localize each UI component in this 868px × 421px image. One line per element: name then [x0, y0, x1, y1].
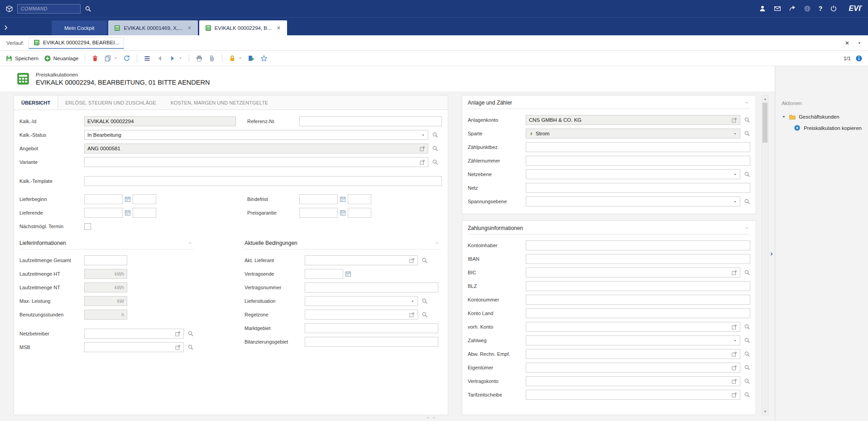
- history-item[interactable]: EVIKALK 00002294, BEARBEI...: [29, 37, 124, 49]
- chevron-down-icon[interactable]: [857, 41, 862, 45]
- open-record-icon[interactable]: [409, 312, 415, 318]
- info-icon[interactable]: [855, 55, 863, 62]
- input-lieferende-date[interactable]: [84, 208, 123, 218]
- input-kontonummer[interactable]: [526, 295, 750, 305]
- open-record-icon[interactable]: [731, 324, 737, 330]
- open-record-icon[interactable]: [409, 258, 415, 263]
- lookup-input-eigentuemer[interactable]: [526, 363, 740, 373]
- print-button[interactable]: [196, 55, 203, 62]
- search-icon[interactable]: [432, 132, 438, 138]
- lookup-input-vorh-konto[interactable]: [526, 322, 740, 332]
- input-bilanzierungsgebiet[interactable]: [305, 337, 438, 347]
- calendar-icon[interactable]: [345, 271, 351, 277]
- menu-button[interactable]: [144, 55, 151, 62]
- tab-erloese-steuern-und-zuschlaege[interactable]: ERLÖSE, STEUERN UND ZUSCHLÄGE: [58, 96, 163, 110]
- lookup-input-akt-lieferant[interactable]: [305, 255, 418, 265]
- dropdown-input-liefersituation[interactable]: [305, 296, 418, 306]
- dropdown-input-kalk-status[interactable]: In Bearbeitung: [84, 130, 428, 140]
- calendar-icon[interactable]: [340, 196, 346, 202]
- open-record-icon[interactable]: [419, 146, 425, 152]
- panel-resize-handle[interactable]: [426, 415, 436, 420]
- input-blz[interactable]: [526, 281, 750, 291]
- new-button[interactable]: Neuanlage: [44, 55, 79, 62]
- open-record-icon[interactable]: [419, 159, 425, 165]
- chevron-down-icon[interactable]: [733, 200, 737, 204]
- copy-button[interactable]: [104, 55, 118, 62]
- collapse-icon[interactable]: [434, 240, 440, 246]
- input-preisgarantie-date[interactable]: [299, 208, 338, 218]
- lookup-input-regelzone[interactable]: [305, 310, 418, 320]
- tab-mein-cockpit[interactable]: Mein Cockpit: [52, 20, 107, 35]
- input-lieferende-time[interactable]: [133, 208, 156, 218]
- back-button[interactable]: [156, 55, 163, 62]
- search-icon[interactable]: [187, 344, 194, 350]
- tab-uebersicht[interactable]: ÜBERSICHT: [14, 96, 58, 110]
- open-record-icon[interactable]: [731, 351, 737, 357]
- search-icon[interactable]: [422, 298, 428, 304]
- input-vertragsnummer[interactable]: [305, 282, 438, 292]
- calendar-icon[interactable]: [125, 210, 131, 216]
- calendar-icon[interactable]: [125, 196, 131, 202]
- search-icon[interactable]: [85, 5, 91, 12]
- action-item-preiskalkulation-kopieren[interactable]: Preiskalkulation kopieren: [794, 124, 862, 131]
- input-kontoinhaber[interactable]: [526, 240, 750, 250]
- input-referenz-nr[interactable]: [299, 116, 442, 126]
- scroll-up-icon[interactable]: [762, 96, 768, 102]
- search-icon[interactable]: [432, 145, 438, 152]
- lookup-input-netzbetrei-ber[interactable]: [84, 329, 184, 339]
- tab-document-2[interactable]: EVIKALK 00002294, B...: [199, 20, 287, 35]
- input-vertragsende-date[interactable]: [305, 269, 343, 279]
- search-icon[interactable]: [422, 257, 428, 263]
- chevron-down-icon[interactable]: [421, 133, 425, 137]
- dropdown-input-zahlweg[interactable]: [526, 335, 740, 345]
- lookup-input-anlagenkonto[interactable]: CNS GMBH & CO. KG: [526, 115, 740, 125]
- lookup-input-tarifzeitscheibe[interactable]: [526, 390, 740, 400]
- search-icon[interactable]: [744, 117, 750, 123]
- input-lieferbeginn-time[interactable]: [133, 194, 156, 204]
- input-max-leistung[interactable]: kW: [84, 296, 127, 306]
- lookup-input-msb[interactable]: [84, 342, 184, 352]
- search-icon[interactable]: [744, 171, 750, 177]
- tab-document-1[interactable]: EVIKALK 00001469, X,...: [108, 20, 197, 35]
- lock-button[interactable]: [229, 55, 242, 62]
- calendar-icon[interactable]: [340, 210, 346, 216]
- delete-button[interactable]: [91, 55, 99, 62]
- input-iban[interactable]: [526, 254, 750, 264]
- search-icon[interactable]: [744, 337, 750, 344]
- collapse-icon[interactable]: [744, 100, 749, 105]
- collapse-icon[interactable]: [744, 225, 749, 231]
- open-record-icon[interactable]: [175, 344, 181, 350]
- chevron-down-icon[interactable]: [733, 172, 737, 177]
- globe-icon[interactable]: [804, 5, 811, 12]
- lookup-input-variante[interactable]: [84, 157, 428, 167]
- permissions-button[interactable]: [248, 55, 255, 62]
- lookup-input-angebot[interactable]: ANG 0000581: [84, 144, 428, 153]
- input-zaehlernummer[interactable]: [526, 156, 750, 166]
- input-preisgarantie-time[interactable]: [348, 208, 371, 218]
- search-icon[interactable]: [744, 378, 750, 384]
- search-icon[interactable]: [187, 330, 194, 337]
- input-lieferbeginn-date[interactable]: [84, 194, 123, 204]
- tab-kosten-margen-und-netzentgelte[interactable]: KOSTEN, MARGEN UND NETZENTGELTE: [163, 96, 276, 110]
- tree-group-geschaeftskunden[interactable]: Geschäftskunden: [782, 113, 862, 120]
- input-bindefrist-time[interactable]: [348, 194, 371, 204]
- lookup-input-vertragskonto[interactable]: [526, 376, 740, 386]
- expander-icon[interactable]: [782, 115, 786, 119]
- favorite-button[interactable]: [260, 55, 268, 62]
- open-record-icon[interactable]: [731, 270, 737, 276]
- scroll-down-icon[interactable]: [762, 408, 768, 415]
- close-icon[interactable]: [187, 25, 192, 30]
- open-record-icon[interactable]: [731, 365, 737, 371]
- input-kalk-template[interactable]: [84, 176, 442, 186]
- search-icon[interactable]: [422, 311, 428, 318]
- search-icon[interactable]: [744, 392, 750, 398]
- input-benutzungsstunden[interactable]: h: [84, 310, 127, 320]
- lookup-input-abw-rechn-empf[interactable]: [526, 349, 740, 359]
- refresh-button[interactable]: [123, 55, 130, 62]
- collapse-actions-handle[interactable]: [769, 249, 775, 259]
- input-kalk-id[interactable]: EVIKALK 00002294: [84, 116, 236, 126]
- tab-list-expander[interactable]: [0, 20, 12, 35]
- search-icon[interactable]: [744, 351, 750, 357]
- open-record-icon[interactable]: [731, 117, 737, 123]
- attachment-button[interactable]: [208, 55, 216, 62]
